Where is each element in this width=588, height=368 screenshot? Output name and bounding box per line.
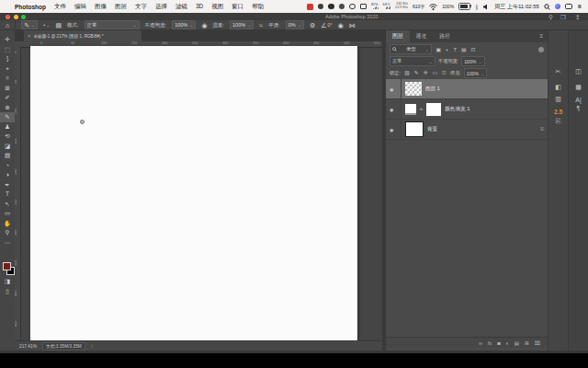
menu-item[interactable]: 滤镜 — [175, 3, 187, 11]
filter-shape-layers[interactable]: ▤ — [460, 47, 468, 52]
panel-adjustments[interactable]: ◫ — [571, 66, 585, 77]
spotlight-search-icon[interactable] — [544, 4, 550, 10]
home-icon[interactable]: ⌂ — [6, 22, 9, 29]
smoothing-dropdown[interactable]: 0% ⌄ — [286, 20, 304, 29]
panel-histogram[interactable]: ▥ — [551, 94, 565, 105]
visibility-eye-icon[interactable]: ◉ — [390, 107, 397, 112]
layer-row-background[interactable]: ◉ 背景 ⚿ — [386, 120, 548, 140]
pressure-opacity-icon[interactable]: ◉ — [201, 22, 207, 29]
marquee-tool[interactable]: ⬚ — [0, 45, 15, 55]
airbrush-icon[interactable]: ≈ — [259, 22, 263, 29]
lock-transparent-pixels[interactable]: ▨ — [403, 70, 411, 76]
new-group[interactable]: ▤ — [514, 340, 519, 346]
type-tool[interactable]: T — [0, 190, 15, 200]
lasso-tool[interactable]: ⟆ — [0, 54, 15, 64]
visibility-eye-icon[interactable]: ◉ — [390, 127, 397, 132]
lock-all[interactable]: ⚿ — [441, 70, 447, 76]
menu-item[interactable]: 帮助 — [252, 3, 264, 11]
smoothing-options-gear-icon[interactable]: ⚙ — [310, 22, 315, 29]
menu-item[interactable]: 文字 — [135, 3, 147, 11]
status-temperature[interactable]: 64°C — [383, 4, 390, 10]
add-layer-mask[interactable]: ◙ — [497, 340, 500, 346]
status-app-icon-4[interactable] — [349, 4, 356, 10]
gradient-tool[interactable]: ▨ — [0, 151, 15, 161]
control-center-icon[interactable] — [565, 4, 572, 9]
filter-type-layers[interactable]: T — [452, 47, 458, 52]
layer-fill-dropdown[interactable]: 100% ⌄ — [464, 68, 487, 78]
flow-dropdown[interactable]: 100% ⌄ — [230, 20, 254, 29]
clone-stamp-tool[interactable]: ♟ — [0, 122, 15, 132]
layer-name[interactable]: 背景 — [427, 126, 437, 133]
battery-icon[interactable] — [458, 3, 470, 10]
menu-item[interactable]: 图像 — [95, 3, 107, 11]
layer-filter-type-dropdown[interactable]: 类型 ⌄ — [390, 44, 432, 54]
tab-layers[interactable]: 图层 — [386, 30, 410, 42]
document-info-field[interactable]: 文档:3.35M/3.35M — [42, 342, 85, 351]
panel-paragraph[interactable]: ¶ — [571, 102, 585, 113]
document-canvas[interactable] — [30, 46, 357, 340]
bluetooth-icon[interactable]: ᛒ — [475, 4, 479, 10]
layer-blend-mode-dropdown[interactable]: 正常 ⌄ — [390, 56, 435, 66]
lock-position[interactable]: ✛ — [422, 70, 429, 76]
blur-tool[interactable]: ◔ — [0, 161, 15, 171]
screen-mode-icon[interactable]: ▯ — [0, 287, 15, 297]
layer-mask-thumbnail[interactable] — [426, 103, 441, 116]
tab-close-icon[interactable]: × — [28, 33, 31, 39]
menu-item[interactable]: 视图 — [211, 3, 223, 11]
menu-item[interactable]: 图层 — [115, 3, 127, 11]
panel-color[interactable]: ◧ — [551, 82, 565, 93]
history-brush-tool[interactable]: ⟲ — [0, 132, 15, 142]
zoom-tool[interactable]: ⚲ — [0, 228, 15, 238]
window-minimize-button[interactable] — [14, 15, 18, 19]
crop-tool[interactable]: ⌗ — [0, 74, 15, 84]
status-app-icon-2[interactable] — [328, 4, 334, 10]
layer-thumbnail[interactable] — [405, 82, 422, 96]
layer-filter-toggle[interactable] — [538, 47, 544, 52]
path-selection-tool[interactable]: ↖ — [0, 200, 15, 210]
status-picture-icon[interactable] — [360, 4, 367, 9]
eraser-tool[interactable]: ◪ — [0, 142, 15, 152]
eyedropper-tool[interactable]: ✐ — [0, 93, 15, 103]
document-tab[interactable]: × 未标题-1 @ 217% (图层 1, RGB/8#) * — [24, 30, 141, 41]
status-network[interactable]: 132 K/s 12.9 K/s — [395, 3, 408, 9]
brush-tool[interactable]: ✎ — [0, 112, 15, 122]
layer-name[interactable]: 图层 1 — [425, 86, 440, 93]
panel-menu-icon[interactable]: ≡ — [539, 33, 543, 39]
zoom-level-field[interactable]: 217.41% — [19, 344, 37, 349]
brush-preset-picker[interactable]: ✎ ⌄ — [21, 20, 38, 29]
object-selection-tool[interactable]: ⌖ — [0, 64, 15, 75]
frame-tool[interactable]: ⊞ — [0, 84, 15, 94]
panel-clipboard[interactable]: ⎘ — [551, 116, 565, 127]
layer-opacity-dropdown[interactable]: 100% ⌄ — [461, 56, 484, 66]
dodge-tool[interactable]: ◑ — [0, 170, 15, 180]
layer-row-layer1[interactable]: ◉ 图层 1 — [386, 79, 548, 99]
tab-channels[interactable]: 通道 — [410, 30, 434, 42]
filter-pixel-layers[interactable]: ▣ — [435, 47, 442, 52]
filter-smart-objects[interactable]: ⊡ — [469, 47, 477, 52]
symmetry-icon[interactable]: ⋈ — [349, 22, 356, 29]
new-layer[interactable]: ⊞ — [525, 340, 529, 346]
menu-item[interactable]: 窗口 — [232, 3, 243, 11]
shape-tool[interactable]: ▭ — [0, 209, 15, 219]
window-zoom-button[interactable] — [21, 15, 26, 19]
tab-paths[interactable]: 路径 — [433, 30, 457, 42]
status-app-icon-1[interactable] — [318, 4, 324, 10]
menu-item[interactable]: 选择 — [155, 3, 167, 11]
lock-artboard[interactable]: ▭ — [431, 70, 438, 76]
foreground-color-swatch[interactable] — [3, 262, 11, 270]
menubar-clock[interactable]: 周三 上午11:02:55 — [494, 3, 539, 11]
wifi-icon[interactable] — [429, 4, 437, 10]
new-adjustment-layer[interactable]: ◐ — [506, 340, 509, 346]
app-menu-photoshop[interactable]: Photoshop — [15, 4, 46, 10]
pressure-size-icon[interactable]: ◉ — [338, 22, 344, 29]
move-tool[interactable]: ✛ — [0, 35, 15, 45]
fill-layer-thumbnail[interactable] — [405, 104, 416, 115]
edit-toolbar[interactable]: ⋯ — [0, 238, 15, 248]
brush-size-picker[interactable]: • ⌄ — [43, 22, 50, 28]
link-layers[interactable]: ∞ — [479, 340, 482, 346]
layer-style[interactable]: fx — [488, 340, 492, 346]
menu-item[interactable]: 编辑 — [74, 3, 86, 11]
filter-adjustment-layers[interactable]: ◐ — [444, 47, 450, 52]
menu-item[interactable]: 文件 — [54, 3, 66, 11]
delete-layer[interactable]: ⌧ — [535, 340, 540, 346]
